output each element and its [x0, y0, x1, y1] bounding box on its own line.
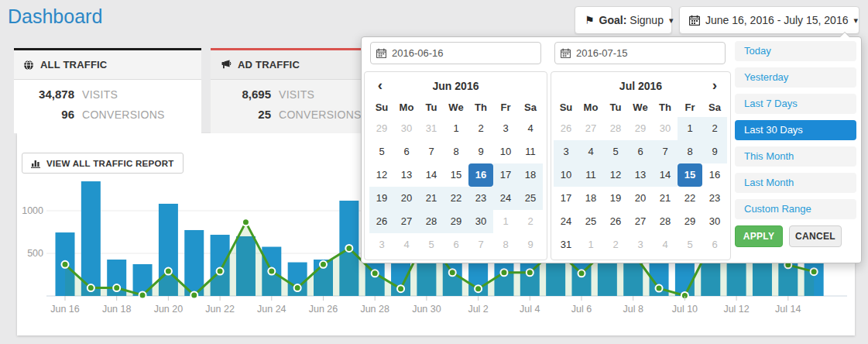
- calendar-day[interactable]: 30: [468, 210, 493, 233]
- calendar-day[interactable]: 3: [369, 233, 394, 256]
- calendar-day[interactable]: 15: [444, 163, 468, 187]
- calendar-day[interactable]: 4: [518, 117, 543, 140]
- calendar-day[interactable]: 26: [369, 210, 394, 233]
- calendar-day[interactable]: 6: [702, 233, 727, 256]
- calendar-day[interactable]: 14: [419, 163, 444, 187]
- date-range-button[interactable]: June 16, 2016 - July 15, 2016 ▾: [679, 6, 859, 34]
- tab-all-traffic[interactable]: ALL TRAFFIC 34,878 VISITS 96 CONVERSIONS: [14, 48, 201, 133]
- calendar-day[interactable]: 6: [394, 140, 419, 163]
- calendar-day[interactable]: 1: [678, 117, 702, 140]
- calendar-day[interactable]: 30: [653, 117, 678, 140]
- calendar-day[interactable]: 21: [419, 187, 444, 210]
- calendar-day[interactable]: 27: [628, 210, 653, 233]
- calendar-day[interactable]: 10: [493, 140, 518, 163]
- calendar-day[interactable]: 23: [702, 187, 727, 210]
- calendar-day[interactable]: 17: [554, 187, 578, 210]
- calendar-day[interactable]: 12: [369, 163, 394, 187]
- calendar-day[interactable]: 4: [578, 140, 603, 163]
- calendar-day[interactable]: 25: [518, 187, 543, 210]
- calendar-day[interactable]: 19: [603, 187, 628, 210]
- calendar-day[interactable]: 24: [554, 210, 578, 233]
- calendar-day[interactable]: 3: [493, 117, 518, 140]
- calendar-day[interactable]: 31: [419, 117, 444, 140]
- view-all-traffic-report-button[interactable]: VIEW ALL TRAFFIC REPORT: [22, 153, 184, 174]
- calendar-day[interactable]: 2: [702, 117, 727, 140]
- calendar-day[interactable]: 1: [444, 117, 468, 140]
- calendar-day[interactable]: 11: [518, 140, 543, 163]
- calendar-day[interactable]: 16: [468, 163, 493, 187]
- calendar-day[interactable]: 30: [702, 210, 727, 233]
- calendar-day[interactable]: 5: [603, 140, 628, 163]
- calendar-day[interactable]: 15: [678, 163, 702, 187]
- calendar-day[interactable]: 26: [603, 210, 628, 233]
- calendar-day[interactable]: 29: [444, 210, 468, 233]
- calendar-day[interactable]: 31: [554, 233, 578, 256]
- calendar-day[interactable]: 1: [493, 210, 518, 233]
- calendar-day[interactable]: 29: [369, 117, 394, 140]
- calendar-day[interactable]: 9: [468, 140, 493, 163]
- range-option-this-month[interactable]: This Month: [735, 146, 856, 167]
- calendar-day[interactable]: 26: [554, 117, 578, 140]
- calendar-day[interactable]: 22: [444, 187, 468, 210]
- range-option-last-7-days[interactable]: Last 7 Days: [735, 94, 856, 114]
- calendar-day[interactable]: 2: [468, 117, 493, 140]
- calendar-day[interactable]: 7: [468, 233, 493, 256]
- calendar-day[interactable]: 5: [369, 140, 394, 163]
- calendar-day[interactable]: 13: [628, 163, 653, 187]
- calendar-day[interactable]: 11: [578, 163, 603, 187]
- calendar-day[interactable]: 28: [653, 210, 678, 233]
- cancel-button[interactable]: CANCEL: [789, 225, 842, 247]
- calendar-day[interactable]: 17: [493, 163, 518, 187]
- calendar-day[interactable]: 7: [419, 140, 444, 163]
- calendar-day[interactable]: 22: [678, 187, 702, 210]
- apply-button[interactable]: APPLY: [735, 225, 783, 247]
- next-month-icon[interactable]: ›: [705, 77, 724, 95]
- calendar-day[interactable]: 3: [554, 140, 578, 163]
- calendar-day[interactable]: 27: [578, 117, 603, 140]
- calendar-day[interactable]: 28: [419, 210, 444, 233]
- calendar-day[interactable]: 14: [653, 163, 678, 187]
- start-date-input[interactable]: [370, 42, 541, 64]
- calendar-day[interactable]: 27: [394, 210, 419, 233]
- calendar-day[interactable]: 18: [518, 163, 543, 187]
- calendar-day[interactable]: 23: [468, 187, 493, 210]
- calendar-day[interactable]: 12: [603, 163, 628, 187]
- calendar-day[interactable]: 21: [653, 187, 678, 210]
- calendar-day[interactable]: 2: [518, 210, 543, 233]
- calendar-day[interactable]: 6: [444, 233, 468, 256]
- calendar-day[interactable]: 24: [493, 187, 518, 210]
- calendar-day[interactable]: 8: [444, 140, 468, 163]
- calendar-day[interactable]: 19: [369, 187, 394, 210]
- range-option-last-30-days[interactable]: Last 30 Days: [735, 120, 856, 140]
- calendar-day[interactable]: 18: [578, 187, 603, 210]
- calendar-day[interactable]: 3: [628, 233, 653, 256]
- calendar-day[interactable]: 5: [678, 233, 702, 256]
- calendar-day[interactable]: 20: [628, 187, 653, 210]
- calendar-day[interactable]: 30: [394, 117, 419, 140]
- range-option-yesterday[interactable]: Yesterday: [735, 67, 856, 88]
- calendar-day[interactable]: 4: [653, 233, 678, 256]
- range-option-today[interactable]: Today: [735, 41, 856, 61]
- calendar-day[interactable]: 25: [578, 210, 603, 233]
- calendar-day[interactable]: 10: [554, 163, 578, 187]
- calendar-day[interactable]: 9: [702, 140, 727, 163]
- calendar-day[interactable]: 7: [653, 140, 678, 163]
- calendar-day[interactable]: 4: [394, 233, 419, 256]
- calendar-day[interactable]: 2: [603, 233, 628, 256]
- calendar-day[interactable]: 9: [518, 233, 543, 256]
- calendar-day[interactable]: 6: [628, 140, 653, 163]
- goal-selector-button[interactable]: ⚑ Goal: Signup ▾: [575, 6, 672, 34]
- range-option-last-month[interactable]: Last Month: [735, 173, 856, 193]
- calendar-day[interactable]: 5: [419, 233, 444, 256]
- calendar-day[interactable]: 29: [628, 117, 653, 140]
- calendar-day[interactable]: 29: [678, 210, 702, 233]
- calendar-day[interactable]: 28: [603, 117, 628, 140]
- calendar-day[interactable]: 8: [678, 140, 702, 163]
- end-date-input[interactable]: [554, 42, 726, 64]
- calendar-day[interactable]: 16: [702, 163, 727, 187]
- calendar-day[interactable]: 13: [394, 163, 419, 187]
- calendar-day[interactable]: 20: [394, 187, 419, 210]
- range-option-custom-range[interactable]: Custom Range: [735, 199, 856, 219]
- calendar-day[interactable]: 8: [493, 233, 518, 256]
- calendar-day[interactable]: 1: [578, 233, 603, 256]
